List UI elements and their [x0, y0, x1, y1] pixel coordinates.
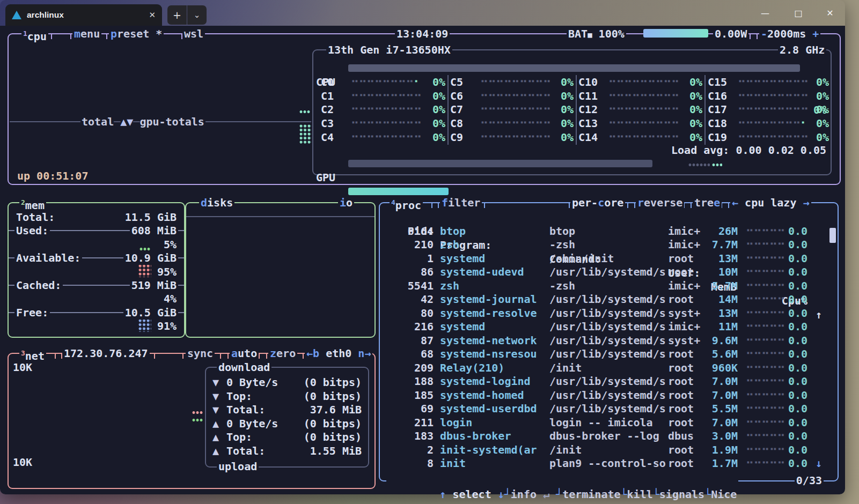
disks-box-title[interactable]: disks [199, 196, 234, 210]
kill-button[interactable]: kill [627, 488, 653, 501]
proc-cpu-percent: 0.0 [775, 333, 807, 347]
proc-cpu-percent: 0.0 [775, 279, 807, 293]
proc-row[interactable]: 209Relay(210)/initroot960K⠒⠒⠒⠒⠒0.0 [380, 361, 838, 375]
proc-box: 4proc filter per-core reverse tree ← cpu… [379, 202, 839, 481]
net-interface-switcher[interactable]: ←b eth0 n→ [305, 346, 372, 360]
proc-mem: 7.0M [691, 416, 738, 429]
nice-button[interactable]: Nice [711, 488, 737, 501]
proc-row[interactable]: 8initplan9 --control-soroot1.7M⠒⠒⠒⠒⠒0.0 [380, 456, 838, 470]
proc-row[interactable]: 185systemd-homed/usr/lib/systemd/sroot7.… [380, 388, 838, 402]
cpu-core-row: C12⠒⠒⠒⠒⠒⠒⠒⠒⠒0% [578, 102, 702, 116]
menu-button[interactable]: menu [72, 27, 101, 41]
proc-cpu-percent: 0.0 [775, 251, 807, 265]
wsl-button[interactable]: wsl [182, 27, 205, 41]
mem-stat-value: 519 MiB [130, 278, 178, 292]
close-button[interactable]: ✕ [818, 0, 842, 26]
proc-command: /usr/lib/systemd/s [549, 402, 667, 416]
proc-row[interactable]: 183dbus-brokerdbus-broker --logdbus3.0M⠒… [380, 429, 838, 443]
proc-command: /usr/lib/systemd/s [549, 292, 667, 306]
gpu-mem-dots-accent [712, 163, 722, 167]
core-meter-dots: ⠒⠒⠒⠒⠒⠒⠒⠒⠒ [480, 75, 551, 89]
select-up-icon[interactable]: ↑ [439, 488, 446, 501]
proc-row[interactable]: 188systemd-logind/usr/lib/systemd/sroot7… [380, 374, 838, 388]
mem-percent-row: 91% [9, 319, 184, 333]
proc-row[interactable]: 5541zsh-zshimic+5.7M⠒⠒⠒⠒⠒0.0 [380, 279, 838, 293]
minimize-button[interactable]: — [753, 0, 777, 26]
proc-percore-button[interactable]: per-core [570, 196, 625, 210]
mem-stat-row: Total:11.5 GiB [9, 210, 184, 224]
maximize-button[interactable]: □ [786, 0, 811, 26]
proc-program: systemd-udevd [440, 265, 524, 279]
load-average: Load avg: 0.00 0.02 0.05 [671, 143, 826, 157]
cpu-frequency: 2.8 GHz [778, 43, 826, 57]
proc-pid: 188 [391, 374, 434, 388]
net-sync-button[interactable]: sync [186, 346, 215, 360]
proc-row[interactable]: 80systemd-resolve/usr/lib/systemd/ssyst+… [380, 306, 838, 320]
proc-cpu-percent: 0.0 [775, 306, 807, 320]
proc-command: /usr/lib/systemd/s [549, 320, 667, 333]
core-name: C1 [321, 89, 334, 103]
border-tick [627, 202, 635, 208]
core-name: C10 [578, 75, 598, 89]
cpu-core-row: C3⠒⠒⠒⠒⠒⠒⠒⠒⠒0% [321, 116, 445, 130]
terminal-tab[interactable]: archlinux ✕ [5, 4, 162, 26]
net-row-label: Top: [226, 430, 252, 444]
io-mode-button[interactable]: io [338, 196, 354, 210]
core-name: C13 [578, 116, 598, 130]
proc-row[interactable]: 6164btopbtopimic+26M⠒⠒⠒⠒⠒0.0 [380, 224, 838, 238]
net-row-value: 1.55 MiB [310, 444, 362, 458]
scroll-down-icon[interactable]: ↓ [816, 456, 822, 470]
preset-button[interactable]: preset * [109, 27, 164, 41]
border-tick [431, 202, 439, 208]
select-down-icon[interactable]: ↓ [498, 488, 504, 501]
cpu-graph-mode-label[interactable]: total─▲▼─gpu-totals [80, 115, 205, 129]
proc-pid: 42 [391, 292, 434, 306]
proc-tree-button[interactable]: tree [693, 196, 722, 210]
proc-filter-button[interactable]: filter [440, 196, 482, 210]
core-name: C4 [321, 130, 334, 144]
cpu-core-row: C4⠒⠒⠒⠒⠒⠒⠒⠒⠒0% [321, 130, 445, 144]
proc-command: /init [549, 361, 667, 375]
core-meter-dots: ⠒⠒⠒⠒⠒⠒⠒⠒⠒ [608, 116, 679, 130]
cpu-graph-dots [299, 124, 312, 144]
tab-dropdown-button[interactable]: ⌄ [187, 5, 207, 25]
proc-scrollbar-thumb[interactable] [829, 228, 836, 243]
proc-row[interactable]: 216systemd/usr/lib/systemd/simic+11M⠒⠒⠒⠒… [380, 320, 838, 333]
net-zero-button[interactable]: zero [268, 346, 297, 360]
proc-pid: 1 [391, 251, 434, 265]
info-button[interactable]: info [511, 488, 537, 501]
proc-sort-switcher[interactable]: ← cpu lazy → [730, 196, 811, 210]
gpu-row: GPU 33% 1.6G/8.0G 7.49W [313, 157, 831, 171]
proc-row[interactable]: 69systemd-userdbd/usr/lib/systemd/sroot5… [380, 402, 838, 416]
battery-meter [643, 29, 708, 38]
download-upload-panel: download upload ▼0 Byte/s(0 bitps)▼Top:(… [205, 367, 369, 468]
upload-arrow-icon: ▲ [212, 430, 219, 444]
core-meter-dots: ⠒⠒⠒⠒⠒⠒⠒⠒⠒ [738, 75, 809, 89]
interval-decrease-button[interactable]: - [761, 27, 767, 40]
core-meter-dots: ⠒⠒⠒⠒⠒⠒⠒⠒⠒ [738, 89, 809, 103]
proc-user: root [668, 388, 694, 402]
proc-mem: 9.6M [691, 333, 738, 347]
proc-row[interactable]: 1systemd/sbin/initroot13M⠒⠒⠒⠒⠒0.0 [380, 251, 838, 265]
upload-label: upload [217, 459, 259, 473]
proc-reverse-button[interactable]: reverse [636, 196, 684, 210]
proc-row[interactable]: 2init-systemd(ar/initroot1.9M⠒⠒⠒⠒⠒0.0 [380, 443, 838, 457]
proc-row[interactable]: 68systemd-nsresou/usr/lib/systemd/sroot5… [380, 347, 838, 361]
terminate-button[interactable]: terminate [562, 488, 620, 501]
mem-stat-label: Used: [14, 224, 50, 238]
proc-row[interactable]: 87systemd-network/usr/lib/systemd/ssyst+… [380, 333, 838, 347]
interval-increase-button[interactable]: + [812, 27, 819, 40]
proc-row[interactable]: 211loginlogin -- imicolaroot7.0M⠒⠒⠒⠒⠒0.0 [380, 416, 838, 429]
btop-terminal: 1cpu menu preset * wsl 13:04:09 BAT■ 100… [0, 26, 845, 494]
tab-close-icon[interactable]: ✕ [149, 10, 156, 20]
signals-button[interactable]: signals [659, 488, 704, 501]
proc-row[interactable]: 210zsh-zshimic+7.7M⠒⠒⠒⠒⠒0.0 [380, 238, 838, 251]
new-tab-button[interactable]: + [167, 5, 187, 25]
proc-row[interactable]: 86systemd-udevd/usr/lib/systemd/sroot10M… [380, 265, 838, 279]
core-name: C19 [708, 130, 727, 144]
proc-cpu-percent: 0.0 [775, 388, 807, 402]
battery-status: BAT■ 100% [567, 27, 626, 41]
net-auto-button[interactable]: auto [230, 346, 259, 360]
proc-row[interactable]: 42systemd-journal/usr/lib/systemd/sroot1… [380, 292, 838, 306]
net-speed-row: ▲Total:1.55 MiB [206, 444, 368, 458]
